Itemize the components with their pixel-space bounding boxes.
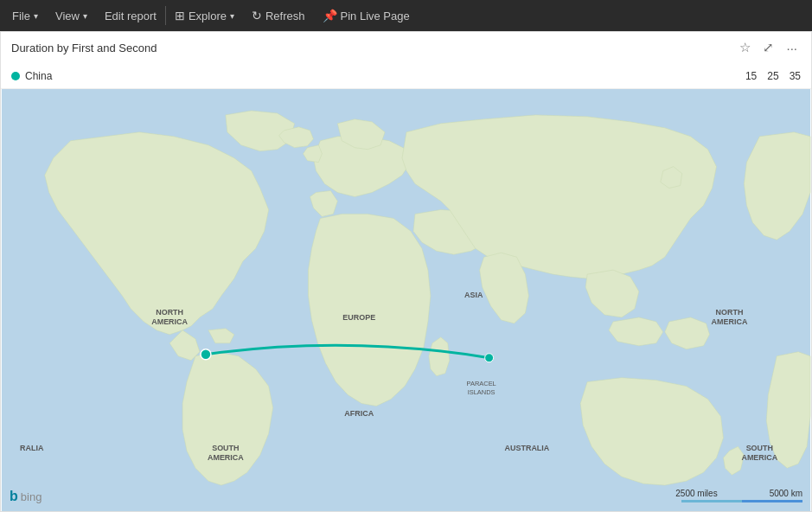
svg-text:AMERICA: AMERICA: [208, 453, 244, 462]
favorite-button[interactable]: ☆: [736, 38, 754, 57]
edit-report-button[interactable]: Edit report: [96, 0, 165, 31]
more-options-button[interactable]: ···: [783, 39, 801, 57]
legend-dot: [11, 72, 20, 80]
view-chevron-icon: ▾: [83, 11, 87, 21]
file-label: File: [12, 10, 30, 22]
scale-line-miles: [681, 500, 742, 502]
explore-icon: ⊞: [175, 9, 185, 22]
edit-report-label: Edit report: [105, 10, 157, 22]
svg-text:ISLANDS: ISLANDS: [468, 388, 496, 396]
svg-text:SOUTH: SOUTH: [212, 444, 239, 452]
legend-value-3: 35: [790, 70, 801, 82]
svg-text:AMERICA: AMERICA: [712, 317, 748, 326]
bing-b-icon: b: [10, 489, 18, 504]
refresh-icon: ↻: [252, 9, 262, 22]
explore-label: Explore: [189, 10, 227, 22]
legend-value-1: 15: [745, 70, 757, 82]
svg-point-16: [201, 349, 211, 360]
svg-point-17: [485, 354, 494, 362]
legend-value-2: 25: [767, 70, 778, 82]
file-chevron-icon: ▾: [34, 11, 38, 21]
view-menu[interactable]: View ▾: [47, 0, 96, 31]
pin-live-page-label: Pin Live Page: [341, 10, 410, 22]
svg-text:ASIA: ASIA: [464, 291, 483, 299]
svg-text:AMERICA: AMERICA: [741, 453, 777, 462]
svg-text:AFRICA: AFRICA: [344, 409, 374, 418]
legend-bar: China 15 25 35: [1, 63, 811, 89]
view-label: View: [55, 10, 80, 22]
legend-left: China: [11, 70, 52, 82]
svg-text:RALIA: RALIA: [20, 444, 44, 452]
toolbar: File ▾ View ▾ Edit report ⊞ Explore ▾ ↻ …: [0, 0, 812, 31]
bing-text: bing: [21, 490, 42, 503]
scale-bar: 2500 miles 5000 km: [675, 489, 802, 502]
more-icon: ···: [786, 41, 797, 55]
chart-header: Duration by First and Second ☆ ⤢ ···: [1, 32, 811, 63]
legend-label: China: [25, 70, 52, 82]
file-menu[interactable]: File ▾: [3, 0, 47, 31]
svg-text:EUROPE: EUROPE: [342, 313, 375, 322]
explore-menu[interactable]: ⊞ Explore ▾: [166, 0, 243, 31]
scale-labels: 2500 miles 5000 km: [675, 489, 802, 498]
svg-text:AMERICA: AMERICA: [151, 317, 188, 326]
svg-text:AUSTRALIA: AUSTRALIA: [505, 444, 550, 452]
svg-text:SOUTH: SOUTH: [746, 444, 773, 452]
svg-text:NORTH: NORTH: [716, 308, 744, 317]
expand-icon: ⤢: [763, 40, 774, 54]
legend-right: 15 25 35: [745, 70, 801, 82]
favorite-icon: ☆: [739, 40, 751, 54]
km-label: 5000 km: [770, 489, 802, 498]
scale-lines: [681, 500, 802, 502]
chart-actions: ☆ ⤢ ···: [736, 38, 801, 57]
bing-logo: b bing: [10, 489, 42, 504]
chart-area: Duration by First and Second ☆ ⤢ ··· Chi…: [0, 31, 812, 512]
refresh-button[interactable]: ↻ Refresh: [243, 0, 314, 31]
svg-text:PARACEL: PARACEL: [467, 380, 496, 387]
chart-title: Duration by First and Second: [11, 42, 157, 54]
map-svg: NORTH AMERICA SOUTH AMERICA EUROPE AFRIC…: [1, 89, 811, 511]
pin-icon: 📌: [323, 9, 337, 22]
refresh-label: Refresh: [265, 10, 305, 22]
scale-line-km: [742, 500, 802, 502]
pin-live-page-button[interactable]: 📌 Pin Live Page: [314, 0, 419, 31]
expand-button[interactable]: ⤢: [759, 38, 777, 57]
svg-text:NORTH: NORTH: [156, 308, 183, 317]
explore-chevron-icon: ▾: [230, 11, 234, 21]
miles-label: 2500 miles: [675, 489, 717, 498]
map-container[interactable]: NORTH AMERICA SOUTH AMERICA EUROPE AFRIC…: [1, 89, 811, 511]
